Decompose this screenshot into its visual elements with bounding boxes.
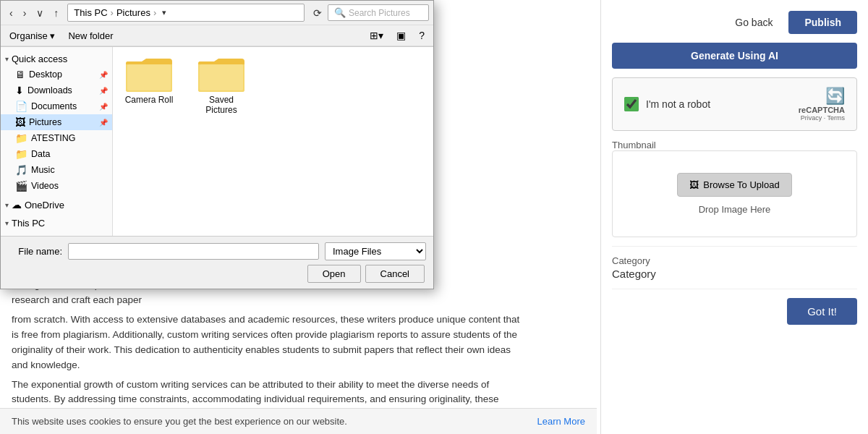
svg-rect-2 <box>127 64 171 90</box>
publish-button[interactable]: Publish <box>788 11 857 34</box>
breadcrumb-bar: This PC › Pictures › ▾ <box>67 4 305 22</box>
sidebar-item-data[interactable]: 📁 Data <box>1 146 112 162</box>
dialog-body: ▾ Quick access 🖥 Desktop 📌 ⬇ Downloads 📌… <box>1 47 433 236</box>
recaptcha-brand: reCAPTCHA <box>799 106 845 114</box>
quick-access-label: Quick access <box>12 54 67 64</box>
this-pc-arrow: ▾ <box>5 219 9 227</box>
file-label-saved-pictures: Saved Pictures <box>192 95 250 115</box>
dialog-files-area: Camera Roll Saved Pictures <box>113 47 433 236</box>
sidebar-item-downloads[interactable]: ⬇ Downloads 📌 <box>1 82 112 98</box>
data-folder-icon: 📁 <box>15 148 27 160</box>
browse-button-label: Browse To Upload <box>703 179 779 190</box>
breadcrumb-sep2: › <box>153 7 156 18</box>
dialog-sidebar: ▾ Quick access 🖥 Desktop 📌 ⬇ Downloads 📌… <box>1 47 113 236</box>
recaptcha-logo: 🔄 <box>799 87 845 106</box>
dialog-titlebar: ‹ › ∨ ↑ This PC › Pictures › ▾ ⟳ 🔍 Searc… <box>1 1 433 47</box>
sidebar-item-atesting-label: ATESTING <box>31 133 76 143</box>
search-label: Search Pictures <box>349 8 410 18</box>
dialog-toolbar: Organise ▾ New folder ⊞▾ ▣ ? <box>1 25 433 46</box>
divider <box>612 246 857 247</box>
breadcrumb-sep1: › <box>111 7 114 18</box>
got-it-button[interactable]: Got It! <box>787 298 857 325</box>
filetype-select[interactable]: Image Files All Files <box>325 242 426 260</box>
sidebar-item-desktop[interactable]: 🖥 Desktop 📌 <box>1 67 112 82</box>
file-item-camera-roll[interactable]: Camera Roll <box>120 54 178 115</box>
view-toggle-button[interactable]: ⊞▾ <box>365 27 388 43</box>
category-label: Category <box>612 255 857 266</box>
onedrive-section: ▾ ☁ OneDrive <box>1 195 112 214</box>
sidebar-item-atesting[interactable]: 📁 ATESTING <box>1 130 112 146</box>
filename-row: File name: Image Files All Files <box>8 242 426 260</box>
recaptcha-text: I'm not a robot <box>646 98 710 110</box>
downloads-icon: ⬇ <box>15 85 24 96</box>
top-buttons: Go back Publish <box>612 11 857 34</box>
onedrive-cloud-icon: ☁ <box>12 199 22 210</box>
new-folder-button[interactable]: New folder <box>64 28 117 43</box>
search-bar: 🔍 Search Pictures <box>328 4 429 21</box>
quick-access-section: ▾ Quick access 🖥 Desktop 📌 ⬇ Downloads 📌… <box>1 50 112 195</box>
dialog-nav: ‹ › ∨ ↑ This PC › Pictures › ▾ ⟳ 🔍 Searc… <box>1 1 433 25</box>
this-pc-label: This PC <box>12 218 45 229</box>
cookie-notice: This website uses cookies to ensure you … <box>0 408 597 434</box>
sidebar-item-data-label: Data <box>31 149 50 159</box>
sidebar-item-documents-label: Documents <box>31 101 77 111</box>
sidebar-item-videos[interactable]: 🎬 Videos <box>1 178 112 194</box>
organise-button[interactable]: Organise ▾ <box>5 28 59 43</box>
thumbnail-area: 🖼 Browse To Upload Drop Image Here <box>612 150 857 237</box>
thumbnail-section: Thumbnail 🖼 Browse To Upload Drop Image … <box>612 140 857 237</box>
nav-recent-button[interactable]: ∨ <box>32 5 48 21</box>
filename-input[interactable] <box>68 243 319 260</box>
right-panel: Go back Publish Generate Using AI I'm no… <box>600 0 868 434</box>
sidebar-item-music[interactable]: 🎵 Music <box>1 162 112 178</box>
desktop-pin-icon: 📌 <box>99 71 108 79</box>
svg-rect-5 <box>200 64 243 90</box>
nav-back-button[interactable]: ‹ <box>5 5 17 21</box>
quick-access-header[interactable]: ▾ Quick access <box>1 51 112 67</box>
category-value: Category <box>612 268 857 280</box>
this-pc-header[interactable]: ▾ This PC <box>1 216 112 231</box>
generate-ai-button[interactable]: Generate Using AI <box>612 43 857 69</box>
file-item-saved-pictures[interactable]: Saved Pictures <box>192 54 250 115</box>
sidebar-item-documents[interactable]: 📄 Documents 📌 <box>1 98 112 114</box>
dialog-action-row: Open Cancel <box>8 265 426 283</box>
thumbnail-label: Thumbnail <box>612 140 857 150</box>
nav-refresh-button[interactable]: ⟳ <box>309 5 326 21</box>
dialog-bottom: File name: Image Files All Files Open Ca… <box>1 236 433 289</box>
open-button[interactable]: Open <box>307 265 361 283</box>
pictures-icon: 🖼 <box>15 116 25 128</box>
view-tiles-button[interactable]: ▣ <box>392 27 410 43</box>
recaptcha-checkbox[interactable] <box>624 97 639 111</box>
onedrive-header[interactable]: ▾ ☁ OneDrive <box>1 197 112 213</box>
search-icon: 🔍 <box>334 7 346 18</box>
folder-icon-saved-pictures <box>198 54 244 92</box>
go-back-button[interactable]: Go back <box>726 12 781 33</box>
sidebar-item-downloads-label: Downloads <box>27 85 72 95</box>
pictures-pin-icon: 📌 <box>99 119 108 127</box>
documents-pin-icon: 📌 <box>99 103 108 111</box>
sidebar-item-music-label: Music <box>31 165 55 175</box>
breadcrumb-dropdown[interactable]: ▾ <box>159 7 169 19</box>
drop-image-text: Drop Image Here <box>699 204 771 215</box>
browse-to-upload-button[interactable]: 🖼 Browse To Upload <box>677 173 791 197</box>
breadcrumb-pictures: Pictures <box>116 7 150 18</box>
file-dialog: ‹ › ∨ ↑ This PC › Pictures › ▾ ⟳ 🔍 Searc… <box>0 0 434 289</box>
recaptcha-box: I'm not a robot 🔄 reCAPTCHA Privacy · Te… <box>612 77 857 131</box>
atesting-folder-icon: 📁 <box>15 132 27 144</box>
learn-more-link[interactable]: Learn More <box>537 416 585 427</box>
file-label-camera-roll: Camera Roll <box>125 95 174 105</box>
quick-access-arrow: ▾ <box>5 55 9 63</box>
sidebar-item-videos-label: Videos <box>31 181 59 191</box>
this-pc-section: ▾ This PC <box>1 214 112 232</box>
recaptcha-left: I'm not a robot <box>624 97 710 111</box>
sidebar-item-pictures[interactable]: 🖼 Pictures 📌 <box>1 114 112 130</box>
documents-icon: 📄 <box>15 101 27 112</box>
downloads-pin-icon: 📌 <box>99 87 108 95</box>
folder-icon-camera-roll <box>126 54 172 92</box>
help-button[interactable]: ? <box>414 27 429 43</box>
nav-forward-button[interactable]: › <box>19 5 31 21</box>
cancel-button[interactable]: Cancel <box>365 265 425 283</box>
onedrive-label: OneDrive <box>25 200 64 210</box>
cookie-text: This website uses cookies to ensure you … <box>12 416 347 427</box>
recaptcha-links: Privacy · Terms <box>799 114 845 122</box>
nav-up-button[interactable]: ↑ <box>49 5 63 21</box>
